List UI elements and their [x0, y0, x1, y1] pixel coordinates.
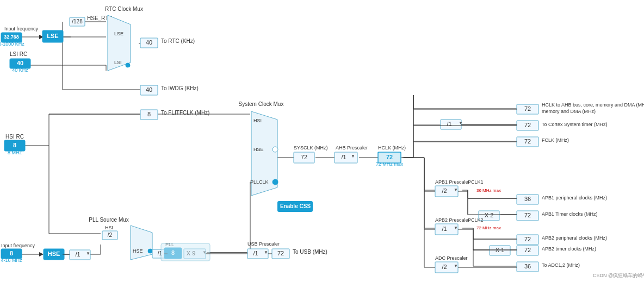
hclk-div1-value: /1: [447, 121, 451, 127]
to-rtc-label: To RTC (KHz): [161, 38, 195, 44]
hclk-ahb-value: 72: [524, 105, 531, 112]
apb1-arrow[interactable]: ▼: [454, 187, 458, 192]
hclk-ahb-label: HCLK to AHB bus, core, memory and DMA (M…: [542, 102, 644, 108]
apb1-timer-value: 72: [524, 212, 531, 218]
lse-in-mux: LSE: [114, 31, 123, 36]
rtc-clock-mux-title: RTC Clock Mux: [105, 6, 143, 12]
hse-div1-value: /1: [75, 251, 80, 258]
pll-source-mux-title: PLL Source Mux: [89, 217, 129, 223]
pll-area-bg: [161, 243, 210, 261]
apb2-timer-value: 72: [524, 247, 531, 253]
apb1-periph-label: APB1 peripheral clocks (MHz): [542, 195, 607, 200]
hclk-cortex-label: To Cortex System timer (MHz): [542, 122, 608, 127]
ahb-prescaler-value: /1: [341, 154, 346, 160]
hclk-label: HCLK (MHz): [378, 145, 406, 151]
pllclk-in-sys-mux: PLLCLK: [250, 179, 269, 185]
enable-css-label: Enable CSS: [280, 203, 311, 209]
hclk-div1-arrow[interactable]: ▼: [459, 121, 463, 126]
input-freq-top-value: 32.768: [4, 34, 19, 40]
input-freq-top-label: Input frequency: [4, 26, 39, 32]
apb2-prescaler-value: /1: [442, 225, 447, 232]
to-iwdg-value: 40: [146, 86, 152, 93]
hse-in-pll-mux: HSE: [133, 248, 143, 254]
fclk-value: 72: [524, 138, 531, 145]
to-adc-value: 36: [524, 263, 531, 270]
hclk-max: 72 MHz max: [376, 161, 404, 167]
apb1-periph-value: 36: [524, 196, 531, 202]
lsi-rc-value: 40: [17, 60, 23, 66]
usb-prescaler-value: /1: [253, 250, 258, 256]
apb1-prescaler-value: /2: [442, 187, 447, 194]
lsi-rc-label: LSI RC: [10, 51, 27, 57]
system-clock-mux-title: System Clock Mux: [239, 101, 284, 107]
x2-label: X 2: [485, 212, 494, 218]
fclk-label: FCLK (MHz): [542, 137, 569, 143]
pclk1-label: PCLK1: [468, 179, 484, 185]
hsi-rc-value: 8: [13, 142, 16, 148]
adc-arrow[interactable]: ▼: [454, 264, 458, 268]
input-freq-bottom-label: Input frequency: [1, 243, 35, 248]
diagram-container: Input frequency 32.768 0-1000 KHz LSE LS…: [0, 0, 644, 282]
usb-prescaler-arrow[interactable]: ▼: [264, 250, 268, 255]
apb2-max: 72 MHz max: [476, 225, 501, 230]
apb2-prescaler-title: APB2 Prescaler: [435, 217, 470, 223]
div128-label: /128: [72, 18, 83, 24]
adc-prescaler-value: /2: [442, 264, 447, 270]
sysclk-value: 72: [301, 154, 307, 160]
apb1-prescaler-title: APB1 Prescaler: [435, 179, 470, 185]
lsi-selector[interactable]: [126, 63, 130, 67]
apb2-timer-label: APB2 timer clocks (MHz): [542, 246, 596, 252]
hse-circle-mux[interactable]: [273, 147, 278, 152]
div2-hsi-label: /2: [108, 232, 113, 238]
to-flitfclk-value: 8: [147, 111, 151, 117]
hclk-value: 72: [386, 154, 393, 160]
svg-marker-17: [39, 252, 44, 256]
pclk2-label: PCLK2: [468, 217, 484, 223]
to-iwdg-label: To IWDG (KHz): [161, 85, 199, 91]
input-freq-bottom-value: 8: [10, 250, 13, 256]
hclk-ahb-label2: memory and DMA (MHz): [542, 109, 596, 114]
apb2-periph-value: 72: [524, 236, 531, 242]
ahb-prescaler-label: AHB Prescaler: [336, 145, 368, 151]
hsi-in-sys-mux: HSI: [253, 118, 262, 123]
hsi-rc-unit: 8 MHz: [8, 150, 22, 155]
to-flitfclk-label: To FLITFCLK (MHz): [161, 110, 209, 116]
lsi-rc-unit: 40 KHz: [12, 67, 28, 73]
hse-div1-arrow[interactable]: ▼: [86, 251, 90, 256]
pll-source-mux-shape[interactable]: [131, 225, 152, 260]
hclk-cortex-value: 72: [524, 122, 531, 128]
hse-label: HSE: [48, 250, 60, 257]
usb-prescaler-title: USB Prescaler: [247, 241, 280, 247]
adc-prescaler-title: ADC Prescaler: [435, 255, 468, 261]
clock-diagram: Input frequency 32.768 0-1000 KHz LSE LS…: [0, 0, 644, 282]
lsi-in-mux: LSI: [114, 60, 122, 65]
to-usb-label: To USB (MHz): [293, 249, 327, 255]
apb2-arrow[interactable]: ▼: [454, 225, 458, 230]
hsi-pll-label: HSI: [105, 225, 113, 230]
to-rtc-value: 40: [146, 39, 152, 46]
ahb-prescaler-arrow[interactable]: ▼: [351, 154, 355, 159]
apb1-timer-label: APB1 Timer clocks (MHz): [542, 211, 598, 217]
apb2-periph-label: APB2 peripheral clocks (MHz): [542, 235, 607, 241]
input-freq-top-range: 0-1000 KHz: [0, 41, 24, 47]
pllclk-circle-mux[interactable]: [273, 179, 278, 185]
pll-hse-selector[interactable]: [148, 249, 152, 253]
input-freq-bottom-range: 4-16 MHz: [1, 258, 22, 263]
sysclk-label: SYSCLK (MHz): [294, 145, 328, 151]
lse-label: LSE: [47, 33, 58, 39]
hse-in-sys-mux: HSE: [253, 147, 264, 152]
apb1-max: 36 MHz max: [476, 188, 501, 193]
watermark: CSDN @疯狂蜗车的蜗牛: [593, 273, 644, 278]
to-usb-value: 72: [277, 250, 284, 256]
hsi-rc-label: HSI RC: [5, 134, 24, 140]
to-adc-label: To ADC1,2 (MHz): [542, 262, 580, 268]
